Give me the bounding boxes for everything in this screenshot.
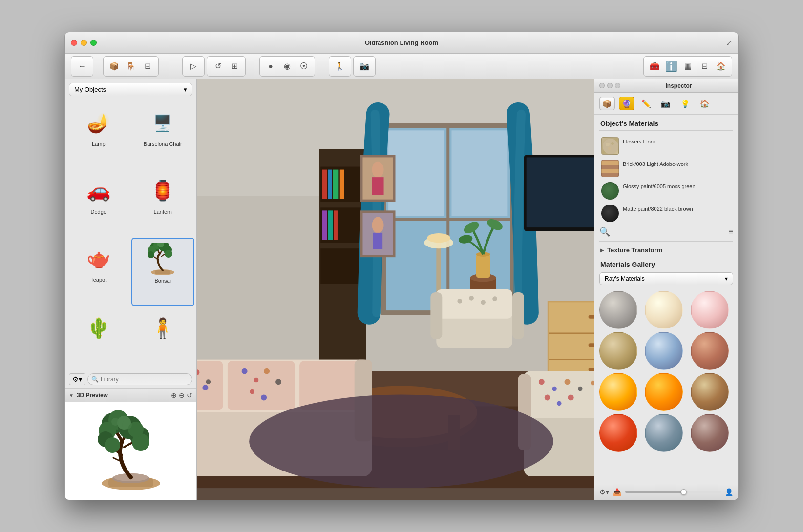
objects-dropdown[interactable]: My Objects ▾ <box>69 83 192 96</box>
objects-icon[interactable]: 🧰 <box>647 59 662 74</box>
inspector-tab-building[interactable]: 🏠 <box>697 97 713 110</box>
object-item-dodge[interactable]: 🚗 Dodge <box>67 170 130 237</box>
inspector-icon[interactable]: ▦ <box>680 59 696 74</box>
mode-1[interactable]: ● <box>263 59 278 74</box>
gallery-sphere-7[interactable] <box>599 373 637 411</box>
objects-thumb-btn[interactable]: 🪑 <box>123 59 139 74</box>
objects-grid: 🪔 Lamp 🖥️ Barselona Chair 🚗 Dodge 🏮 Lant… <box>65 100 196 370</box>
inspector-tl-2[interactable] <box>607 83 613 88</box>
eyedropper-tool[interactable]: 🔍 <box>599 226 610 237</box>
gallery-sphere-4[interactable] <box>599 332 637 370</box>
object-label-chair: Barselona Chair <box>144 141 182 147</box>
app-window: Oldfashion Living Room ⤢ ← 📦 🪑 ⊞ ▷ ↺ ⊞ ●… <box>64 32 739 500</box>
svg-point-67 <box>457 299 462 304</box>
slider-thumb[interactable] <box>681 489 687 495</box>
gallery-sphere-1[interactable] <box>599 291 637 329</box>
gallery-sphere-12[interactable] <box>691 414 729 452</box>
inspector-tab-material[interactable]: 🔮 <box>619 97 634 110</box>
object-item-chair[interactable]: 🖥️ Barselona Chair <box>131 102 195 169</box>
object-item-bonsai[interactable]: Bonsai <box>131 238 195 307</box>
texture-transform-header[interactable]: ▶ Texture Transform <box>594 244 738 257</box>
inspector-tl-3[interactable] <box>615 83 620 88</box>
svg-rect-116 <box>372 177 384 195</box>
gear-button[interactable]: ⚙▾ <box>69 373 85 385</box>
inspector-tl-1[interactable] <box>599 83 605 88</box>
material-item-black[interactable]: Matte paint/8022 black brown <box>598 202 734 225</box>
preview-collapse-icon[interactable]: ▼ <box>69 393 74 398</box>
inspector-tab-light[interactable]: 💡 <box>677 97 693 110</box>
material-swatch-brick <box>601 160 619 177</box>
inspector-tab-camera[interactable]: 📷 <box>658 97 674 110</box>
opacity-slider[interactable] <box>625 491 721 493</box>
svg-rect-37 <box>333 170 338 199</box>
gallery-sphere-6[interactable] <box>691 332 729 370</box>
search-bar-container: ⚙▾ 🔍 <box>65 370 196 388</box>
menu-icon[interactable]: ≡ <box>729 227 733 236</box>
svg-point-68 <box>469 296 474 301</box>
zoom-out-button[interactable]: ⊖ <box>179 391 185 399</box>
object-item-person[interactable]: 🧍 <box>131 307 195 368</box>
svg-point-97 <box>539 379 545 385</box>
minimize-button[interactable] <box>81 40 87 46</box>
inspector-tab-edit[interactable]: ✏️ <box>638 97 654 110</box>
object-item-lantern[interactable]: 🏮 Lantern <box>131 170 195 237</box>
home-icon[interactable]: 🏠 <box>713 59 729 74</box>
walk-tool[interactable]: 🚶 <box>332 59 348 74</box>
gallery-dropdown[interactable]: Ray's Materials ▾ <box>599 272 733 285</box>
mode-2[interactable]: ◉ <box>279 59 295 74</box>
object-item-teapot[interactable]: 🫖 Teapot <box>67 238 130 307</box>
material-item-brick[interactable]: Brick/003 Light Adobe-work <box>598 157 734 180</box>
lamp-icon: 🪔 <box>79 106 118 140</box>
gallery-sphere-2[interactable] <box>645 291 683 329</box>
object-item-plant[interactable]: 🌵 <box>67 307 130 368</box>
left-sidebar: My Objects ▾ 🪔 Lamp 🖥️ Barselona Chair 🚗… <box>65 79 197 500</box>
svg-point-70 <box>492 296 497 301</box>
svg-point-21 <box>105 437 120 453</box>
gallery-dropdown-label: Ray's Materials <box>605 275 645 282</box>
object-item-lamp[interactable]: 🪔 Lamp <box>67 102 130 169</box>
import-button[interactable]: 📥 <box>613 488 621 496</box>
camera-tool[interactable]: 📷 <box>357 59 372 74</box>
person-icon[interactable]: 👤 <box>725 488 733 496</box>
snap-tool[interactable]: ⊞ <box>227 59 242 74</box>
gallery-sphere-3[interactable] <box>691 291 729 329</box>
svg-rect-127 <box>602 160 619 177</box>
svg-rect-120 <box>373 233 382 249</box>
settings-button[interactable]: ⚙▾ <box>599 488 609 496</box>
material-name-brick: Brick/003 Light Adobe-work <box>623 160 688 168</box>
viewport[interactable]: ||| <box>197 79 594 500</box>
layers-icon[interactable]: ⊟ <box>697 59 712 74</box>
material-item-flowers[interactable]: Flowers Flora <box>598 135 734 157</box>
gallery-sphere-8[interactable] <box>645 373 683 411</box>
materials-gallery-header: Materials Gallery <box>594 257 738 270</box>
svg-rect-40 <box>328 210 333 240</box>
gallery-sphere-5[interactable] <box>645 332 683 370</box>
bonsai-icon <box>143 243 182 277</box>
plant-icon: 🌵 <box>79 311 118 345</box>
material-name-moss: Glossy paint/6005 moss green <box>623 182 696 190</box>
objects-list-btn[interactable]: 📦 <box>106 59 122 74</box>
gallery-sphere-9[interactable] <box>691 373 729 411</box>
transform-group: ↺ ⊞ <box>207 56 246 77</box>
svg-point-90 <box>275 379 281 385</box>
materials-list: Flowers Flora Brick/003 Light Adobe-work… <box>594 135 738 225</box>
rotate-preview-button[interactable]: ↺ <box>187 391 192 399</box>
resize-icon[interactable]: ⤢ <box>726 38 732 47</box>
objects-grid-btn[interactable]: ⊞ <box>140 59 155 74</box>
rotate-tool[interactable]: ↺ <box>210 59 226 74</box>
maximize-button[interactable] <box>90 40 97 46</box>
mode-3[interactable]: ⦿ <box>296 59 312 74</box>
gallery-sphere-10[interactable] <box>599 414 637 452</box>
scene: ||| <box>197 79 594 500</box>
back-button[interactable]: ← <box>74 59 90 74</box>
zoom-in-button[interactable]: ⊕ <box>171 391 177 399</box>
search-input[interactable] <box>87 373 192 385</box>
gallery-sphere-11[interactable] <box>645 414 683 452</box>
svg-rect-47 <box>451 130 507 216</box>
select-tool[interactable]: ▷ <box>186 59 201 74</box>
close-button[interactable] <box>71 40 77 46</box>
inspector-tab-objects[interactable]: 📦 <box>599 97 615 110</box>
material-item-moss[interactable]: Glossy paint/6005 moss green <box>598 180 734 202</box>
info-icon[interactable]: ℹ️ <box>663 59 679 74</box>
svg-point-125 <box>611 142 614 145</box>
